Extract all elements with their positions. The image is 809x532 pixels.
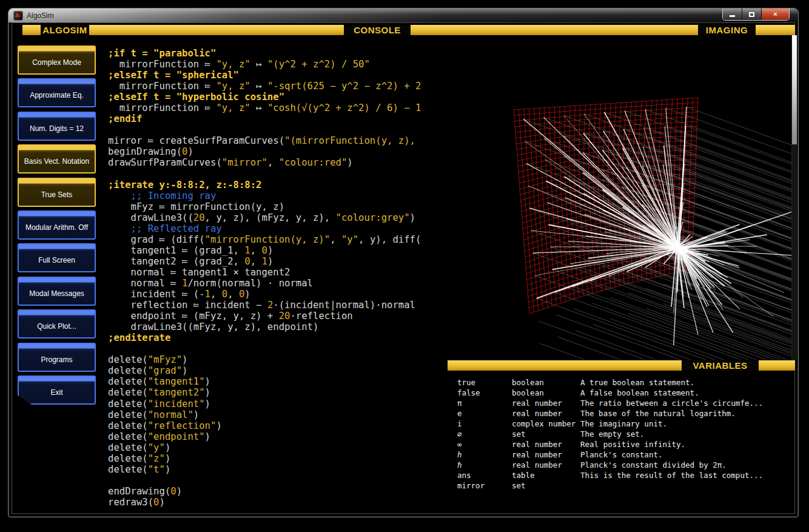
variable-description: A true boolean statement. [580,377,794,388]
variable-row-h[interactable]: hreal numberPlanck's constant. [457,450,794,460]
sidebar-button-label: Modular Arithm. Off [25,223,88,232]
variable-row-π[interactable]: πreal numberThe ratio between a circle's… [457,398,794,408]
sidebar-button-basis-vect-notation[interactable]: Basis Vect. Notation [18,144,96,173]
variable-row-false[interactable]: falsebooleanA false boolean statement. [457,388,794,398]
console-line: grad ≔ (diff("mirrorFunction(y, z)", "y"… [108,234,448,245]
variable-row-true[interactable]: truebooleanA true boolean statement. [457,377,794,388]
reflected-rays [523,107,794,345]
console-line: endDrawing(0) [108,486,448,497]
variable-type: set [512,480,580,491]
console-line: delete("normal") [108,409,448,420]
console-line: delete("endpoint") [108,431,448,442]
variable-row-∅[interactable]: ∅setThe empty set. [457,429,794,439]
sidebar-button-label: Complex Mode [32,58,81,67]
sidebar-button-label: Exit [50,388,62,397]
titlebar: AlgoSim [8,8,798,22]
variable-row-e[interactable]: ereal numberThe base of the natural loga… [457,408,794,419]
console-line: delete("y") [108,442,448,453]
sidebar-button-quick-plot[interactable]: Quick Plot... [18,309,96,338]
variables-header-label: VARIABLES [682,360,759,371]
console-line: tangent1 ≔ (grad_1, 1, 0) [108,245,448,256]
app-icon [14,12,22,20]
console-line: delete("tangent1") [108,376,448,387]
variable-name: ans [457,470,512,480]
console-line: ;; Incoming ray [108,190,448,201]
sidebar-button-true-sets[interactable]: True Sets [18,178,96,207]
console-line: mirrorFunction ≔ "y, z" ↦ "-sqrt(625 − y… [108,81,448,92]
console-line [108,124,448,135]
console-line: ;enditerate [108,332,448,343]
variable-name: ∞ [457,439,512,450]
console-line: ;elseIf t = "spherical" [108,70,448,81]
console-line: incident ≔ (-1, 0, 0) [108,289,448,300]
variable-name: ∅ [457,429,512,439]
console-line: endpoint ≔ (mFyz, y, z) + 20·reflection [108,311,448,322]
sidebar-button-num-digits-12[interactable]: Num. Digits = 12 [18,112,96,141]
variable-description: Real positive infinity. [580,439,794,450]
variable-type: real number [512,408,580,419]
header-bar: ALGOSIM CONSOLE IMAGING [22,25,795,35]
variable-name: mirror [457,480,512,491]
minimize-button[interactable] [723,8,742,20]
sidebar-button-full-screen[interactable]: Full Screen [18,243,96,272]
console-line: ;elseIf t = "hyperbolic cosine" [108,92,448,103]
variable-row-i[interactable]: icomplex numberThe imaginary unit. [457,419,794,429]
console-line: mirror ≔ createSurfParamCurves("(mirrorF… [108,135,448,146]
sidebar-button-complex-mode[interactable]: Complex Mode [18,45,96,75]
variable-description: The imaginary unit. [580,419,794,429]
variables-header-bar: VARIABLES [448,360,795,371]
screen: AlgoSim × ALGOSIM CONSOLE IMAGING Comple… [0,0,809,532]
sidebar-button-label: True Sets [41,190,73,199]
variable-type: boolean [512,388,580,398]
console-line: redraw3(0) [108,497,448,508]
variable-name: false [457,388,512,398]
variable-name: e [457,408,512,419]
sidebar-button-approximate-eq[interactable]: Approximate Eq. [18,78,96,107]
sidebar-button-label: Num. Digits = 12 [30,124,84,133]
console-line: tangent2 ≔ (grad_2, 0, 1) [108,256,448,267]
console-line: delete("t") [108,464,448,475]
variable-type: table [512,470,580,480]
variable-row-ℏ[interactable]: ℏreal numberPlanck's constant divided by… [457,460,794,470]
sidebar-button-modal-messages[interactable]: Modal Messages [18,277,96,306]
sidebar-button-modular-arithm-off[interactable]: Modular Arithm. Off [18,210,96,240]
variable-row-ans[interactable]: anstableThis is the result of the last c… [457,470,794,480]
variable-type: real number [512,450,580,460]
console[interactable]: ;if t = "parabolic" mirrorFunction ≔ "y,… [108,48,448,516]
console-line: delete("incident") [108,399,448,409]
console-line [108,475,448,486]
console-line: ;iterate y:-8:8:2, z:-8:8:2 [108,180,448,190]
variable-description: The ratio between a circle's circumfe... [580,398,794,408]
imaging-scrollbar[interactable] [791,35,797,360]
console-line: ;; Reflected ray [108,223,448,234]
variable-row-mirror[interactable]: mirrorset [457,480,794,491]
console-line: beginDrawing(0) [108,146,448,157]
console-line: reflection ≔ incident − 2·(incident|norm… [108,300,448,311]
console-line [108,343,448,354]
focal-glow [665,235,692,261]
variable-row-∞[interactable]: ∞real numberReal positive infinity. [457,439,794,450]
close-icon: × [773,11,777,18]
close-button[interactable]: × [762,8,789,20]
variable-type: real number [512,460,580,470]
console-line: ;endif [108,113,448,124]
maximize-button[interactable] [742,8,762,20]
console-line: delete("reflection") [108,420,448,431]
console-line: drawLine3((20, y, z), (mFyz, y, z), "col… [108,212,448,223]
variable-description: The empty set. [580,429,794,439]
console-line: normal ≔ tangent1 × tangent2 [108,267,448,278]
console-line: mFyz ≔ mirrorFunction(y, z) [108,201,448,212]
variable-name: i [457,419,512,429]
header-label-console: CONSOLE [344,25,411,35]
variable-type: real number [512,398,580,408]
header-label-imaging: IMAGING [698,25,756,35]
sidebar-button-programs[interactable]: Programs [18,343,96,372]
console-line: delete("z") [108,453,448,464]
imaging-scrollbar-thumb[interactable] [792,35,797,144]
imaging-viewport[interactable] [449,36,794,360]
variable-name: true [457,377,512,388]
variable-description [580,480,794,491]
sidebar-button-label: Basis Vect. Notation [24,157,89,166]
sidebar-button-exit[interactable]: Exit [18,375,96,405]
maximize-icon [749,12,754,17]
